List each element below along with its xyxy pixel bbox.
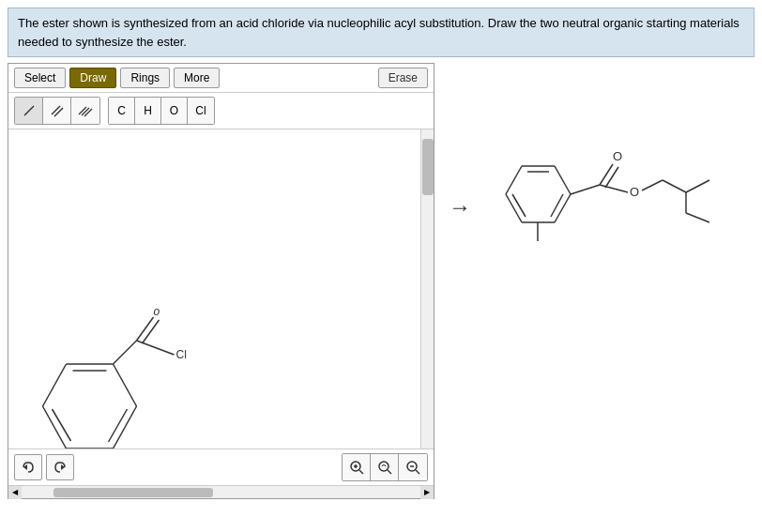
svg-point-35 [379,462,389,471]
rings-button[interactable]: Rings [120,68,170,88]
hydrogen-button[interactable]: H [135,98,161,124]
svg-line-12 [53,409,71,441]
svg-text:Cl: Cl [176,348,187,361]
atom-toolbar: C H O Cl [8,93,434,129]
svg-line-9 [114,364,137,406]
svg-line-58 [686,180,709,192]
svg-text:O: O [630,185,639,199]
h-scroll-track [35,488,407,497]
svg-line-48 [551,194,563,217]
svg-line-3 [79,107,86,114]
svg-line-32 [359,470,363,474]
carbon-button[interactable]: C [109,98,135,124]
vertical-scrollbar[interactable] [420,129,434,448]
svg-line-16 [137,317,154,341]
svg-line-41 [506,166,522,194]
svg-line-56 [642,180,663,190]
v-scroll-thumb[interactable] [422,139,434,195]
svg-line-14 [109,409,128,442]
h-scroll-right-button[interactable]: ▶ [420,486,434,499]
single-bond-button[interactable] [15,98,43,124]
canvas-area[interactable]: o Cl H o [8,129,434,448]
drawing-canvas[interactable]: o Cl H o [8,129,434,448]
zoom-in-button[interactable] [343,454,371,480]
undo-button[interactable] [14,454,42,480]
select-button[interactable]: Select [14,68,66,88]
svg-text:O: O [613,149,622,163]
svg-line-40 [506,194,522,222]
more-button[interactable]: More [174,68,220,88]
undo-redo-group [14,454,74,480]
svg-line-2 [54,108,63,116]
svg-line-46 [512,194,526,217]
product-svg: O O [489,82,752,269]
triple-bond-button[interactable] [71,98,99,124]
oxygen-button[interactable]: O [161,98,188,124]
question-text: The ester shown is synthesized from an a… [8,8,754,57]
svg-line-1 [52,106,60,114]
zoom-controls [342,453,428,481]
horizontal-scrollbar[interactable]: ◀ ▶ [8,485,434,498]
reaction-arrow: → [449,194,471,220]
chlorine-button[interactable]: Cl [188,98,214,124]
svg-line-54 [600,185,628,192]
bond-group [14,97,100,125]
zoom-out-button[interactable] [399,454,427,480]
erase-button[interactable]: Erase [378,68,428,88]
double-bond-button[interactable] [43,98,71,124]
atom-group: C H O Cl [108,97,215,125]
svg-line-43 [555,166,571,194]
svg-text:o: o [154,305,160,318]
svg-line-15 [114,341,137,364]
svg-line-38 [416,470,419,474]
draw-button[interactable]: Draw [69,68,116,88]
svg-line-57 [663,180,686,192]
draw-panel: Select Draw Rings More Erase [8,63,434,499]
svg-line-0 [24,106,34,115]
h-scroll-left-button[interactable]: ◀ [8,486,22,499]
product-area: O O [485,82,754,269]
svg-line-19 [137,341,175,355]
svg-line-60 [686,213,709,222]
arrow-area: → [434,194,485,220]
toolbar: Select Draw Rings More Erase [8,64,434,93]
benzene-ring [43,364,137,448]
bottom-controls [8,448,434,485]
h-scroll-thumb[interactable] [53,488,213,497]
redo-button[interactable] [46,454,74,480]
svg-line-17 [143,320,160,343]
svg-line-7 [43,364,67,406]
svg-line-5 [84,109,92,116]
zoom-reset-button[interactable] [371,454,399,480]
svg-line-44 [555,194,571,222]
svg-line-51 [600,164,613,185]
svg-line-4 [82,108,89,115]
svg-line-36 [388,470,391,474]
svg-line-52 [605,167,618,188]
svg-line-50 [571,185,600,194]
